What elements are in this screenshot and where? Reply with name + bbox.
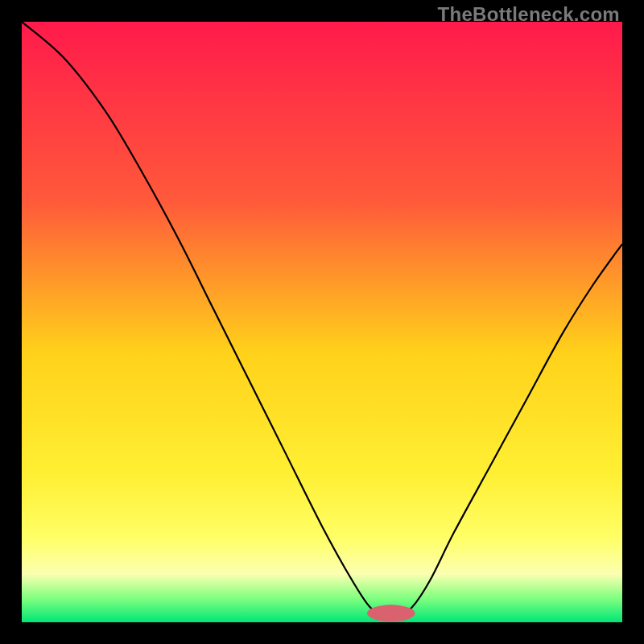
watermark-text: TheBottleneck.com [438,3,620,26]
optimal-marker [367,605,415,621]
plot-area [22,22,622,622]
plot-svg [22,22,622,622]
gradient-background [22,22,622,622]
chart-frame: TheBottleneck.com [0,0,644,644]
